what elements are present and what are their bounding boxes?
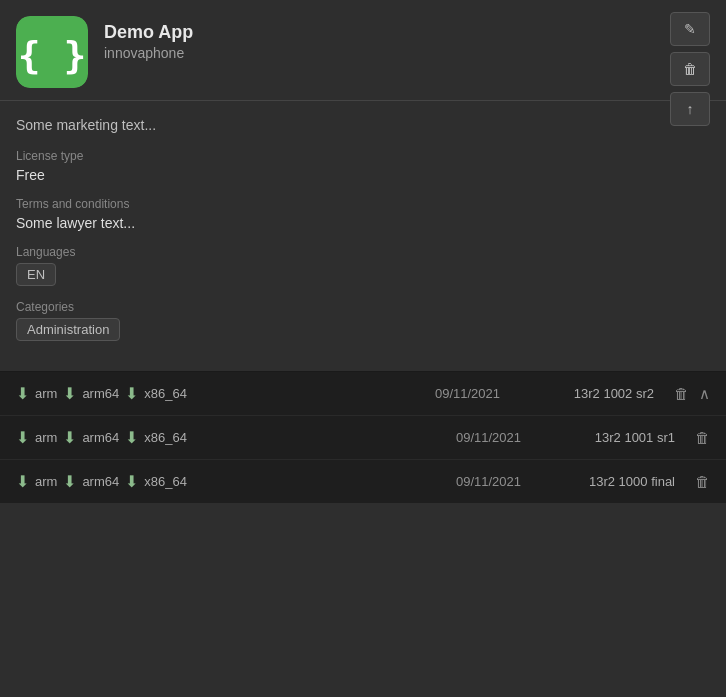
releases-section: ⬇ arm ⬇ arm64 ⬇ x86_64 09/11/2021 13r2 1… xyxy=(0,372,726,503)
release-version-2: 13r2 1001 sr1 xyxy=(545,430,675,445)
upload-button[interactable]: ↑ xyxy=(670,92,710,126)
release-date-2: 09/11/2021 xyxy=(456,430,521,445)
release-row: ⬇ arm ⬇ arm64 ⬇ x86_64 09/11/2021 13r2 1… xyxy=(0,372,726,416)
license-value: Free xyxy=(16,167,710,183)
edit-icon: ✎ xyxy=(684,21,696,37)
categories-list: Administration xyxy=(16,318,710,341)
download-icon: ⬇ xyxy=(16,472,29,491)
arch-arm: arm xyxy=(35,474,57,489)
languages-section: Languages EN xyxy=(16,245,710,286)
release-actions-2: 🗑 xyxy=(695,429,710,446)
release-arch-3: ⬇ arm ⬇ arm64 ⬇ x86_64 xyxy=(16,472,236,491)
terms-label: Terms and conditions xyxy=(16,197,710,211)
license-label: License type xyxy=(16,149,710,163)
app-icon: { } xyxy=(16,16,88,88)
trash-icon: 🗑 xyxy=(683,61,697,77)
app-info: Demo App innovaphone xyxy=(104,16,710,61)
app-header: { } Demo App innovaphone ✎ 🗑 ↑ xyxy=(0,0,726,101)
delete-release-icon-3[interactable]: 🗑 xyxy=(695,473,710,490)
release-actions-1: 🗑 ∧ xyxy=(674,385,710,403)
download-icon: ⬇ xyxy=(16,428,29,447)
arch-x86-64: x86_64 xyxy=(144,474,187,489)
download-icon: ⬇ xyxy=(63,384,76,403)
arch-arm: arm xyxy=(35,386,57,401)
categories-label: Categories xyxy=(16,300,710,314)
languages-list: EN xyxy=(16,263,710,286)
category-tag-administration: Administration xyxy=(16,318,120,341)
svg-text:{ }: { } xyxy=(18,33,87,77)
app-company: innovaphone xyxy=(104,45,710,61)
release-actions-3: 🗑 xyxy=(695,473,710,490)
download-icon: ⬇ xyxy=(63,472,76,491)
download-icon: ⬇ xyxy=(125,472,138,491)
release-version-1: 13r2 1002 sr2 xyxy=(524,386,654,401)
arch-arm64: arm64 xyxy=(82,386,119,401)
release-version-3: 13r2 1000 final xyxy=(545,474,675,489)
action-buttons: ✎ 🗑 ↑ xyxy=(670,12,710,126)
terms-section: Terms and conditions Some lawyer text... xyxy=(16,197,710,231)
arch-x86-64: x86_64 xyxy=(144,386,187,401)
arch-arm64: arm64 xyxy=(82,430,119,445)
delete-release-icon-2[interactable]: 🗑 xyxy=(695,429,710,446)
arch-x86-64: x86_64 xyxy=(144,430,187,445)
marketing-text: Some marketing text... xyxy=(16,117,710,133)
collapse-icon-1[interactable]: ∧ xyxy=(699,385,710,403)
download-icon: ⬇ xyxy=(63,428,76,447)
categories-section: Categories Administration xyxy=(16,300,710,341)
download-icon: ⬇ xyxy=(125,384,138,403)
delete-release-icon-1[interactable]: 🗑 xyxy=(674,385,689,402)
download-icon: ⬇ xyxy=(16,384,29,403)
license-section: License type Free xyxy=(16,149,710,183)
app-details: Some marketing text... License type Free… xyxy=(0,101,726,372)
delete-button[interactable]: 🗑 xyxy=(670,52,710,86)
arch-arm64: arm64 xyxy=(82,474,119,489)
language-tag-en: EN xyxy=(16,263,56,286)
release-row-2: ⬇ arm ⬇ arm64 ⬇ x86_64 09/11/2021 13r2 1… xyxy=(0,416,726,460)
release-row-3: ⬇ arm ⬇ arm64 ⬇ x86_64 09/11/2021 13r2 1… xyxy=(0,460,726,503)
release-arch-1: ⬇ arm ⬇ arm64 ⬇ x86_64 xyxy=(16,384,236,403)
edit-button[interactable]: ✎ xyxy=(670,12,710,46)
upload-icon: ↑ xyxy=(687,101,694,117)
app-name: Demo App xyxy=(104,22,710,43)
release-date-3: 09/11/2021 xyxy=(456,474,521,489)
arch-arm: arm xyxy=(35,430,57,445)
terms-value: Some lawyer text... xyxy=(16,215,710,231)
release-arch-2: ⬇ arm ⬇ arm64 ⬇ x86_64 xyxy=(16,428,236,447)
release-date-1: 09/11/2021 xyxy=(435,386,500,401)
download-icon: ⬇ xyxy=(125,428,138,447)
languages-label: Languages xyxy=(16,245,710,259)
